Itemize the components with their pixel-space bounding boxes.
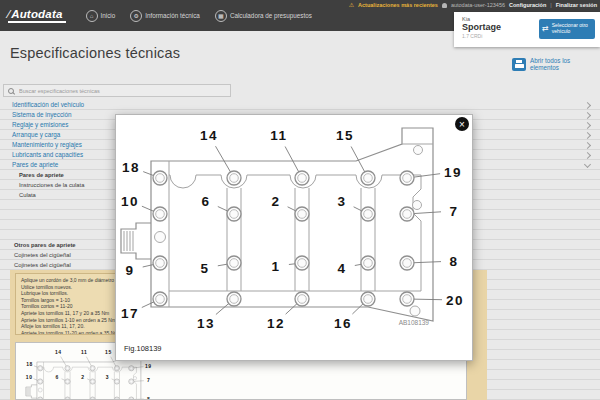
submenu-label: Instrucciones de la culata bbox=[0, 182, 84, 188]
svg-text:10: 10 bbox=[121, 194, 139, 209]
page-title: Especificaciones técnicas bbox=[10, 45, 180, 61]
menu-label: Arranque y carga bbox=[0, 131, 60, 138]
calculator-icon: ▦ bbox=[215, 10, 227, 22]
main-nav: ⌂ Inicio ⚙ Información técnica ▦ Calcula… bbox=[86, 10, 312, 22]
cylinder-head-diagram: 1814111519106237951481713121620 AB108139 bbox=[116, 115, 474, 340]
figure-caption: Fig.108139 bbox=[124, 344, 162, 353]
user-icon bbox=[442, 3, 447, 8]
nav-informacion-tecnica[interactable]: ⚙ Información técnica bbox=[130, 10, 200, 22]
vehicle-model: Sportage bbox=[462, 22, 501, 32]
menu-label: Lubricants and capacities bbox=[0, 151, 83, 158]
svg-text:9: 9 bbox=[125, 263, 134, 278]
chevron-right-icon bbox=[584, 102, 591, 109]
svg-text:1: 1 bbox=[271, 259, 280, 274]
svg-text:7: 7 bbox=[449, 204, 458, 219]
svg-text:16: 16 bbox=[334, 316, 352, 331]
wrench-icon: ⚙ bbox=[130, 10, 142, 22]
svg-text:3: 3 bbox=[337, 194, 346, 209]
open-all-elements: Abrir todos los elementos bbox=[512, 57, 600, 71]
submenu-label: Culata bbox=[0, 192, 36, 198]
svg-text:14: 14 bbox=[200, 128, 218, 143]
svg-text:6: 6 bbox=[56, 375, 59, 380]
search-icon bbox=[8, 88, 14, 94]
chevron-right-icon bbox=[584, 112, 591, 119]
bolt-sequence-layer: 1814111519106237951481713121620 bbox=[121, 128, 464, 331]
figure-modal: × 1814111519106237951481713121620 AB1081… bbox=[115, 114, 473, 361]
close-icon[interactable]: × bbox=[455, 117, 469, 131]
home-icon: ⌂ bbox=[86, 10, 98, 22]
svg-text:11: 11 bbox=[270, 128, 287, 143]
select-vehicle-label: Seleccionar otro vehículo bbox=[552, 23, 592, 35]
utility-bar: ⚠ Actualizaciones más recientes autodata… bbox=[349, 2, 597, 8]
svg-text:12: 12 bbox=[267, 316, 285, 331]
svg-text:18: 18 bbox=[26, 362, 33, 367]
svg-text:3: 3 bbox=[106, 375, 109, 380]
nav-calculadora-presupuestos[interactable]: ▦ Calculadora de presupuestos bbox=[215, 10, 312, 22]
nav-label: Información técnica bbox=[145, 12, 200, 19]
submenu-label: Pares de apriete bbox=[0, 172, 64, 178]
search-input[interactable] bbox=[17, 87, 226, 95]
menu-label: Pares de apriete bbox=[0, 161, 58, 168]
chevron-down-icon bbox=[584, 161, 591, 168]
svg-text:19: 19 bbox=[145, 364, 152, 369]
autodata-logo[interactable]: ∕Autodata bbox=[8, 8, 66, 23]
open-all-link[interactable]: Abrir todos los elementos bbox=[530, 57, 600, 71]
app-root: ⚠ Actualizaciones más recientes autodata… bbox=[0, 0, 600, 400]
menu-label: Reglaje y emisiones bbox=[0, 121, 68, 128]
svg-text:18: 18 bbox=[122, 160, 140, 175]
menu-label: Mantenimiento y reglajes bbox=[0, 141, 82, 148]
svg-text:6: 6 bbox=[201, 194, 210, 209]
search-bar bbox=[3, 84, 231, 97]
chevron-right-icon bbox=[584, 152, 591, 159]
engine-block-outline bbox=[121, 128, 433, 321]
svg-text:2: 2 bbox=[271, 194, 280, 209]
menu-item-identificacion-vehiculo[interactable]: Identificación del vehículo bbox=[0, 100, 600, 110]
chevron-right-icon bbox=[584, 122, 591, 129]
svg-text:8: 8 bbox=[449, 254, 458, 269]
svg-text:13: 13 bbox=[197, 316, 215, 331]
nav-label: Calculadora de presupuestos bbox=[230, 12, 312, 19]
nav-label: Inicio bbox=[101, 12, 116, 19]
svg-text:15: 15 bbox=[336, 128, 354, 143]
vehicle-card: Kia Sportage 1.7 CRDi ⇄ Seleccionar otro… bbox=[454, 12, 600, 47]
chevron-right-icon bbox=[584, 132, 591, 139]
divider: | bbox=[550, 2, 551, 8]
settings-link[interactable]: Configuración bbox=[509, 2, 546, 8]
brand-row: ∕Autodata ⌂ Inicio ⚙ Información técnica… bbox=[8, 8, 312, 23]
chevron-right-icon bbox=[584, 142, 591, 149]
svg-text:17: 17 bbox=[121, 306, 139, 321]
print-icon[interactable] bbox=[512, 58, 526, 71]
username-label[interactable]: autodata-user-123456 bbox=[451, 2, 505, 8]
logo-text: Autodata bbox=[11, 8, 62, 20]
logo-slash: ∕ bbox=[8, 8, 10, 20]
vehicle-variant: 1.7 CRDi bbox=[462, 33, 482, 39]
swap-arrows-icon: ⇄ bbox=[542, 25, 549, 33]
svg-text:19: 19 bbox=[444, 165, 462, 180]
svg-text:15: 15 bbox=[105, 350, 112, 355]
updates-link[interactable]: Actualizaciones más recientes bbox=[358, 2, 438, 8]
svg-text:7: 7 bbox=[147, 378, 150, 383]
diagram-watermark: AB108139 bbox=[399, 319, 430, 326]
svg-text:11: 11 bbox=[81, 350, 87, 355]
row-label: Cojinetes del cigüeñal bbox=[0, 262, 71, 268]
svg-text:2: 2 bbox=[81, 375, 84, 380]
nav-inicio[interactable]: ⌂ Inicio bbox=[86, 10, 116, 22]
menu-label: Sistema de inyección bbox=[0, 111, 72, 118]
warning-icon: ⚠ bbox=[349, 2, 354, 8]
row-label: Otros pares de apriete bbox=[0, 242, 76, 248]
logout-link[interactable]: Finalizar sesión bbox=[556, 2, 597, 8]
svg-text:10: 10 bbox=[26, 375, 33, 380]
row-label: Cojinetes del cigüeñal bbox=[0, 252, 71, 258]
svg-text:5: 5 bbox=[200, 261, 209, 276]
select-other-vehicle-button[interactable]: ⇄ Seleccionar otro vehículo bbox=[539, 19, 595, 39]
svg-text:4: 4 bbox=[337, 261, 346, 276]
svg-text:14: 14 bbox=[55, 350, 62, 355]
svg-text:20: 20 bbox=[446, 293, 464, 308]
menu-label: Identificación del vehículo bbox=[0, 101, 84, 108]
